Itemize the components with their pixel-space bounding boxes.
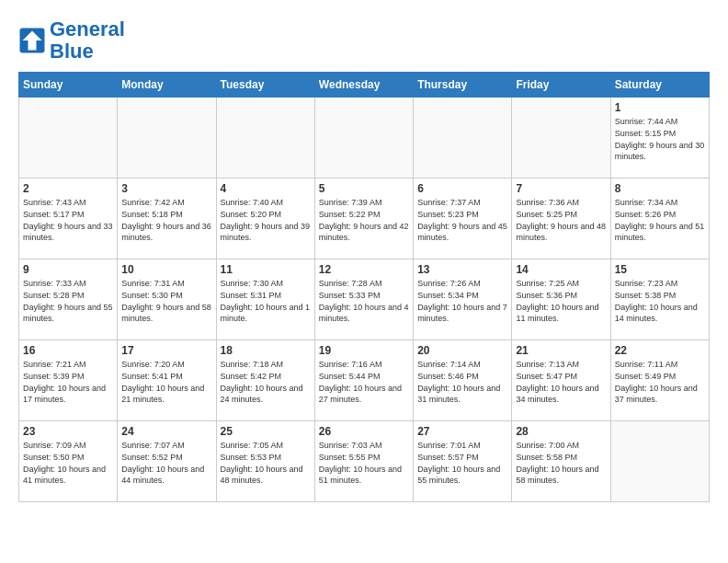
calendar-cell bbox=[216, 98, 314, 178]
calendar-cell: 8Sunrise: 7:34 AM Sunset: 5:26 PM Daylig… bbox=[610, 178, 709, 259]
day-number: 5 bbox=[319, 182, 409, 195]
calendar-cell bbox=[610, 421, 709, 502]
day-number: 10 bbox=[121, 263, 211, 276]
week-row-3: 9Sunrise: 7:33 AM Sunset: 5:28 PM Daylig… bbox=[19, 259, 710, 340]
day-header-wednesday: Wednesday bbox=[314, 73, 413, 98]
day-info: Sunrise: 7:31 AM Sunset: 5:30 PM Dayligh… bbox=[121, 278, 211, 324]
calendar-cell: 17Sunrise: 7:20 AM Sunset: 5:41 PM Dayli… bbox=[118, 340, 216, 421]
day-number: 1 bbox=[615, 101, 705, 114]
day-number: 18 bbox=[221, 344, 311, 357]
calendar-cell: 26Sunrise: 7:03 AM Sunset: 5:55 PM Dayli… bbox=[314, 421, 413, 502]
day-number: 19 bbox=[319, 344, 409, 357]
day-header-sunday: Sunday bbox=[19, 73, 118, 98]
week-row-5: 23Sunrise: 7:09 AM Sunset: 5:50 PM Dayli… bbox=[19, 421, 710, 502]
day-number: 26 bbox=[319, 425, 409, 438]
days-header-row: SundayMondayTuesdayWednesdayThursdayFrid… bbox=[19, 73, 710, 98]
day-info: Sunrise: 7:00 AM Sunset: 5:58 PM Dayligh… bbox=[516, 440, 606, 486]
day-info: Sunrise: 7:16 AM Sunset: 5:44 PM Dayligh… bbox=[319, 359, 409, 405]
day-number: 15 bbox=[615, 263, 705, 276]
calendar-cell: 28Sunrise: 7:00 AM Sunset: 5:58 PM Dayli… bbox=[512, 421, 610, 502]
logo-text: General Blue bbox=[50, 18, 125, 63]
calendar-cell: 24Sunrise: 7:07 AM Sunset: 5:52 PM Dayli… bbox=[118, 421, 216, 502]
day-info: Sunrise: 7:23 AM Sunset: 5:38 PM Dayligh… bbox=[615, 278, 705, 324]
day-info: Sunrise: 7:37 AM Sunset: 5:23 PM Dayligh… bbox=[417, 197, 507, 243]
day-header-friday: Friday bbox=[512, 73, 610, 98]
day-info: Sunrise: 7:03 AM Sunset: 5:55 PM Dayligh… bbox=[319, 440, 409, 486]
day-info: Sunrise: 7:21 AM Sunset: 5:39 PM Dayligh… bbox=[23, 359, 113, 405]
day-number: 27 bbox=[417, 425, 507, 438]
day-number: 3 bbox=[121, 182, 211, 195]
week-row-1: 1Sunrise: 7:44 AM Sunset: 5:15 PM Daylig… bbox=[19, 98, 710, 178]
calendar-cell: 21Sunrise: 7:13 AM Sunset: 5:47 PM Dayli… bbox=[512, 340, 610, 421]
calendar-cell: 6Sunrise: 7:37 AM Sunset: 5:23 PM Daylig… bbox=[414, 178, 512, 259]
day-header-saturday: Saturday bbox=[610, 73, 709, 98]
calendar-cell bbox=[414, 98, 512, 178]
day-info: Sunrise: 7:28 AM Sunset: 5:33 PM Dayligh… bbox=[319, 278, 409, 324]
day-info: Sunrise: 7:05 AM Sunset: 5:53 PM Dayligh… bbox=[221, 440, 311, 486]
day-number: 25 bbox=[221, 425, 311, 438]
day-info: Sunrise: 7:18 AM Sunset: 5:42 PM Dayligh… bbox=[221, 359, 311, 405]
day-number: 2 bbox=[23, 182, 113, 195]
calendar-cell bbox=[314, 98, 413, 178]
logo-icon bbox=[18, 27, 46, 54]
page-header: General Blue bbox=[18, 18, 710, 63]
day-info: Sunrise: 7:01 AM Sunset: 5:57 PM Dayligh… bbox=[417, 440, 507, 486]
day-number: 22 bbox=[615, 344, 705, 357]
calendar-cell: 25Sunrise: 7:05 AM Sunset: 5:53 PM Dayli… bbox=[216, 421, 314, 502]
calendar-cell: 13Sunrise: 7:26 AM Sunset: 5:34 PM Dayli… bbox=[414, 259, 512, 340]
day-info: Sunrise: 7:42 AM Sunset: 5:18 PM Dayligh… bbox=[121, 197, 211, 243]
day-info: Sunrise: 7:20 AM Sunset: 5:41 PM Dayligh… bbox=[121, 359, 211, 405]
day-number: 14 bbox=[516, 263, 606, 276]
day-number: 20 bbox=[417, 344, 507, 357]
day-number: 24 bbox=[121, 425, 211, 438]
day-info: Sunrise: 7:13 AM Sunset: 5:47 PM Dayligh… bbox=[516, 359, 606, 405]
day-info: Sunrise: 7:25 AM Sunset: 5:36 PM Dayligh… bbox=[516, 278, 606, 324]
day-number: 6 bbox=[417, 182, 507, 195]
day-number: 21 bbox=[516, 344, 606, 357]
calendar-table: SundayMondayTuesdayWednesdayThursdayFrid… bbox=[18, 72, 710, 502]
day-number: 9 bbox=[23, 263, 113, 276]
calendar-cell: 10Sunrise: 7:31 AM Sunset: 5:30 PM Dayli… bbox=[118, 259, 216, 340]
calendar-cell: 23Sunrise: 7:09 AM Sunset: 5:50 PM Dayli… bbox=[19, 421, 118, 502]
calendar-cell: 18Sunrise: 7:18 AM Sunset: 5:42 PM Dayli… bbox=[216, 340, 314, 421]
day-header-thursday: Thursday bbox=[414, 73, 512, 98]
day-number: 23 bbox=[23, 425, 113, 438]
day-number: 17 bbox=[121, 344, 211, 357]
day-number: 11 bbox=[221, 263, 311, 276]
day-number: 13 bbox=[417, 263, 507, 276]
calendar-cell: 22Sunrise: 7:11 AM Sunset: 5:49 PM Dayli… bbox=[610, 340, 709, 421]
calendar-cell: 2Sunrise: 7:43 AM Sunset: 5:17 PM Daylig… bbox=[19, 178, 118, 259]
calendar-cell: 7Sunrise: 7:36 AM Sunset: 5:25 PM Daylig… bbox=[512, 178, 610, 259]
day-info: Sunrise: 7:34 AM Sunset: 5:26 PM Dayligh… bbox=[615, 197, 705, 243]
day-number: 16 bbox=[23, 344, 113, 357]
calendar-cell: 1Sunrise: 7:44 AM Sunset: 5:15 PM Daylig… bbox=[610, 98, 709, 178]
logo: General Blue bbox=[18, 18, 125, 63]
calendar-cell: 15Sunrise: 7:23 AM Sunset: 5:38 PM Dayli… bbox=[610, 259, 709, 340]
calendar-cell bbox=[512, 98, 610, 178]
day-info: Sunrise: 7:14 AM Sunset: 5:46 PM Dayligh… bbox=[417, 359, 507, 405]
calendar-cell: 20Sunrise: 7:14 AM Sunset: 5:46 PM Dayli… bbox=[414, 340, 512, 421]
calendar-cell: 11Sunrise: 7:30 AM Sunset: 5:31 PM Dayli… bbox=[216, 259, 314, 340]
day-info: Sunrise: 7:40 AM Sunset: 5:20 PM Dayligh… bbox=[221, 197, 311, 243]
day-info: Sunrise: 7:07 AM Sunset: 5:52 PM Dayligh… bbox=[121, 440, 211, 486]
day-header-monday: Monday bbox=[118, 73, 216, 98]
calendar-cell bbox=[118, 98, 216, 178]
calendar-cell: 4Sunrise: 7:40 AM Sunset: 5:20 PM Daylig… bbox=[216, 178, 314, 259]
day-info: Sunrise: 7:09 AM Sunset: 5:50 PM Dayligh… bbox=[23, 440, 113, 486]
day-number: 4 bbox=[221, 182, 311, 195]
day-info: Sunrise: 7:30 AM Sunset: 5:31 PM Dayligh… bbox=[221, 278, 311, 324]
day-info: Sunrise: 7:26 AM Sunset: 5:34 PM Dayligh… bbox=[417, 278, 507, 324]
day-header-tuesday: Tuesday bbox=[216, 73, 314, 98]
calendar-cell: 19Sunrise: 7:16 AM Sunset: 5:44 PM Dayli… bbox=[314, 340, 413, 421]
calendar-cell: 3Sunrise: 7:42 AM Sunset: 5:18 PM Daylig… bbox=[118, 178, 216, 259]
week-row-2: 2Sunrise: 7:43 AM Sunset: 5:17 PM Daylig… bbox=[19, 178, 710, 259]
calendar-cell: 16Sunrise: 7:21 AM Sunset: 5:39 PM Dayli… bbox=[19, 340, 118, 421]
day-info: Sunrise: 7:43 AM Sunset: 5:17 PM Dayligh… bbox=[23, 197, 113, 243]
week-row-4: 16Sunrise: 7:21 AM Sunset: 5:39 PM Dayli… bbox=[19, 340, 710, 421]
day-number: 7 bbox=[516, 182, 606, 195]
calendar-cell bbox=[19, 98, 118, 178]
day-info: Sunrise: 7:36 AM Sunset: 5:25 PM Dayligh… bbox=[516, 197, 606, 243]
day-number: 12 bbox=[319, 263, 409, 276]
calendar-cell: 14Sunrise: 7:25 AM Sunset: 5:36 PM Dayli… bbox=[512, 259, 610, 340]
day-info: Sunrise: 7:33 AM Sunset: 5:28 PM Dayligh… bbox=[23, 278, 113, 324]
